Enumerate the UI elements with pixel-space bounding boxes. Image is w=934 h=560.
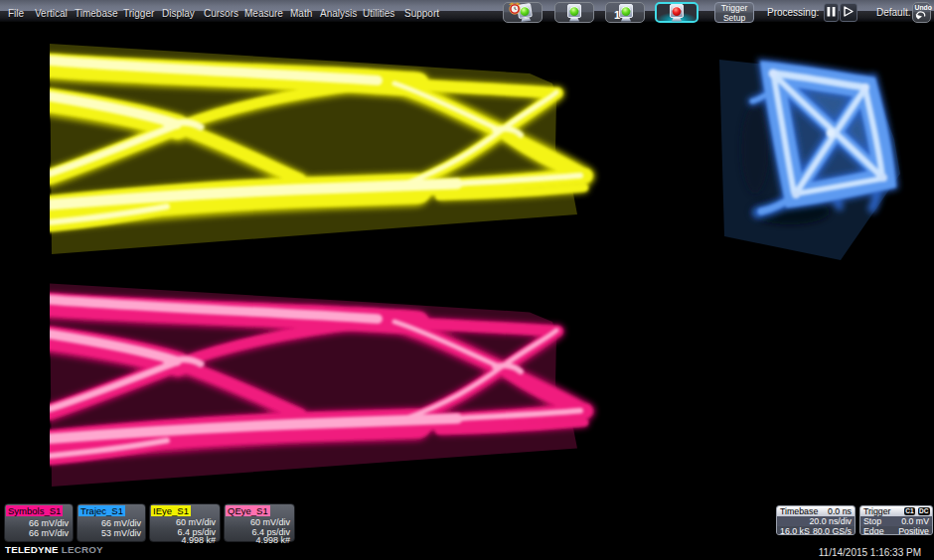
svg-text:Undo: Undo — [915, 4, 932, 11]
svg-text:1: 1 — [614, 9, 620, 21]
